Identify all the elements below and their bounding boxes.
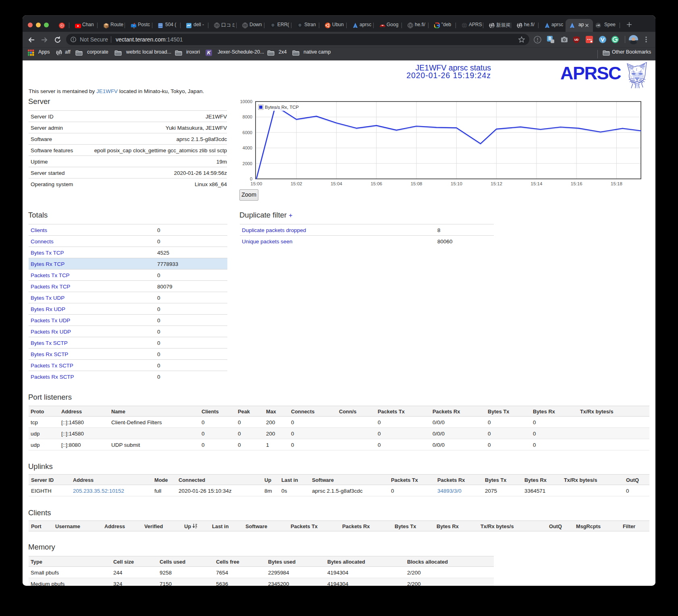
svg-text:6000: 6000 (243, 130, 252, 135)
svg-text:15:02: 15:02 (291, 181, 302, 186)
svg-text:15:16: 15:16 (571, 181, 582, 186)
svg-text:4000: 4000 (243, 145, 252, 150)
svg-text:15:06: 15:06 (370, 181, 382, 186)
svg-text:10000: 10000 (240, 99, 252, 104)
svg-text:0: 0 (250, 176, 252, 181)
svg-text:15:14: 15:14 (531, 181, 543, 186)
svg-text:15:04: 15:04 (331, 181, 342, 186)
svg-text:15:10: 15:10 (451, 181, 462, 186)
svg-text:15:08: 15:08 (411, 181, 422, 186)
svg-text:15:00: 15:00 (251, 181, 262, 186)
svg-text:15:12: 15:12 (491, 181, 502, 186)
svg-text:2000: 2000 (243, 161, 252, 166)
svg-text:UD: UD (574, 38, 578, 41)
svg-text:15:18: 15:18 (611, 181, 622, 186)
svg-text:Bytes/s Rx, TCP: Bytes/s Rx, TCP (265, 105, 299, 110)
svg-text:8000: 8000 (243, 114, 252, 119)
